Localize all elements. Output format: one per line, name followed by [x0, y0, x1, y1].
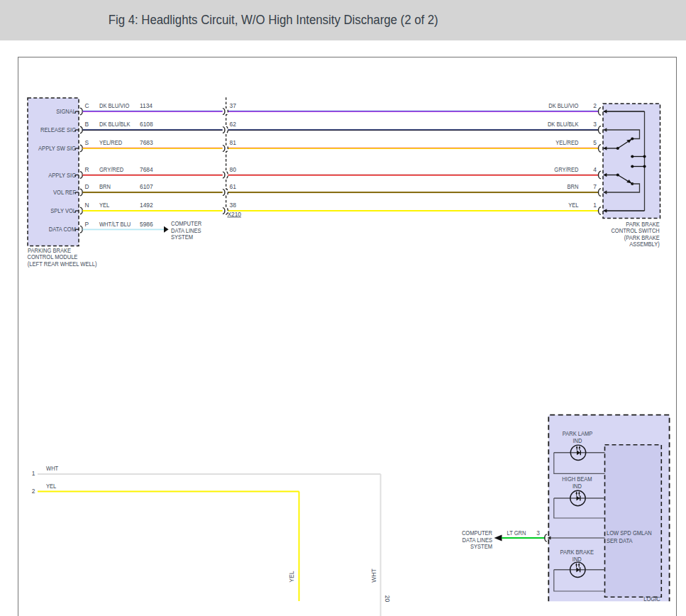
svg-text:1: 1	[593, 202, 597, 209]
svg-text:81: 81	[230, 139, 237, 146]
svg-text:BRN: BRN	[99, 183, 111, 190]
svg-text:COMPUTER: COMPUTER	[171, 220, 201, 227]
svg-text:Fig 4: Headlights Circuit, W/O: Fig 4: Headlights Circuit, W/O High Inte…	[109, 13, 438, 27]
svg-text:S: S	[85, 139, 89, 146]
svg-text:2: 2	[593, 102, 597, 109]
svg-text:VOL REF: VOL REF	[53, 189, 76, 196]
svg-text:1134: 1134	[140, 102, 153, 109]
svg-text:P: P	[85, 221, 89, 228]
svg-text:80: 80	[230, 166, 237, 173]
svg-text:CONTROL SWITCH: CONTROL SWITCH	[611, 227, 659, 234]
svg-text:B: B	[85, 121, 89, 128]
svg-text:DATA COM: DATA COM	[49, 226, 76, 233]
svg-text:YEL: YEL	[99, 202, 110, 209]
svg-text:(PARK BRAKE: (PARK BRAKE	[624, 234, 660, 241]
svg-text:PARKING BRAKE: PARKING BRAKE	[28, 247, 71, 254]
svg-text:IND: IND	[572, 483, 582, 490]
svg-text:SYSTEM: SYSTEM	[171, 233, 193, 241]
svg-text:SYSTEM: SYSTEM	[470, 543, 492, 550]
svg-text:CONTROL MODULE: CONTROL MODULE	[28, 253, 78, 260]
svg-text:SIGNAL: SIGNAL	[56, 108, 76, 115]
svg-text:YEL: YEL	[46, 483, 57, 490]
svg-text:LOGIC: LOGIC	[643, 595, 660, 603]
svg-text:HIGH BEAM: HIGH BEAM	[562, 475, 592, 483]
svg-text:WHT: WHT	[370, 568, 377, 582]
svg-text:YEL/RED: YEL/RED	[99, 139, 122, 146]
svg-text:PARK BRAKE: PARK BRAKE	[560, 549, 594, 556]
svg-text:5986: 5986	[140, 221, 153, 228]
svg-text:SER DATA: SER DATA	[607, 537, 633, 544]
svg-text:(LEFT REAR WHEEL WELL): (LEFT REAR WHEEL WELL)	[28, 260, 97, 268]
svg-text:6107: 6107	[140, 183, 153, 190]
svg-text:APPLY SIG: APPLY SIG	[48, 172, 76, 179]
svg-text:DATA LINES: DATA LINES	[171, 227, 201, 234]
svg-text:C: C	[85, 102, 89, 109]
svg-text:APPLY SW SIG: APPLY SW SIG	[38, 145, 76, 152]
svg-text:3: 3	[593, 121, 597, 128]
svg-text:ASSEMBLY): ASSEMBLY)	[629, 241, 660, 248]
svg-text:YEL: YEL	[568, 202, 579, 209]
svg-text:GRY/RED: GRY/RED	[554, 166, 578, 173]
svg-text:37: 37	[230, 102, 237, 109]
svg-text:DK BLU/VIO: DK BLU/VIO	[99, 102, 130, 109]
svg-text:COMPUTER: COMPUTER	[462, 529, 492, 537]
svg-text:7684: 7684	[140, 166, 153, 173]
svg-text:SPLY VOL: SPLY VOL	[50, 207, 76, 214]
svg-text:BRN: BRN	[568, 183, 579, 190]
svg-text:4: 4	[593, 166, 597, 173]
svg-text:DK BLU/BLK: DK BLU/BLK	[99, 121, 131, 128]
svg-text:WHT: WHT	[46, 465, 58, 472]
svg-text:LOW SPD GMLAN: LOW SPD GMLAN	[607, 529, 652, 537]
svg-text:DK BLU/BLK: DK BLU/BLK	[548, 121, 579, 128]
svg-text:3: 3	[536, 529, 540, 537]
svg-text:20: 20	[384, 595, 391, 603]
svg-text:7683: 7683	[140, 139, 153, 146]
svg-text:62: 62	[230, 121, 237, 128]
svg-text:1: 1	[32, 470, 35, 477]
svg-text:7: 7	[593, 183, 597, 190]
svg-text:YEL/RED: YEL/RED	[555, 139, 578, 146]
svg-text:61: 61	[230, 183, 237, 190]
svg-text:YEL: YEL	[288, 571, 295, 582]
svg-text:X210: X210	[227, 211, 241, 218]
svg-text:N: N	[85, 202, 89, 209]
svg-text:RELEASE SIG: RELEASE SIG	[40, 126, 76, 133]
svg-text:D: D	[85, 183, 89, 190]
svg-text:IND: IND	[573, 437, 582, 444]
svg-text:38: 38	[230, 202, 237, 209]
svg-text:6108: 6108	[140, 121, 153, 128]
svg-text:DATA LINES: DATA LINES	[463, 537, 493, 544]
svg-text:1492: 1492	[140, 202, 153, 209]
svg-text:5: 5	[593, 139, 597, 146]
svg-text:2: 2	[32, 488, 35, 495]
svg-text:LT GRN: LT GRN	[507, 529, 526, 537]
svg-text:PARK LAMP: PARK LAMP	[563, 430, 593, 437]
svg-text:R: R	[85, 166, 89, 173]
svg-text:DK BLU/VIO: DK BLU/VIO	[548, 102, 579, 109]
svg-text:WHT/LT BLU: WHT/LT BLU	[99, 221, 131, 228]
svg-text:GRY/RED: GRY/RED	[99, 166, 123, 173]
